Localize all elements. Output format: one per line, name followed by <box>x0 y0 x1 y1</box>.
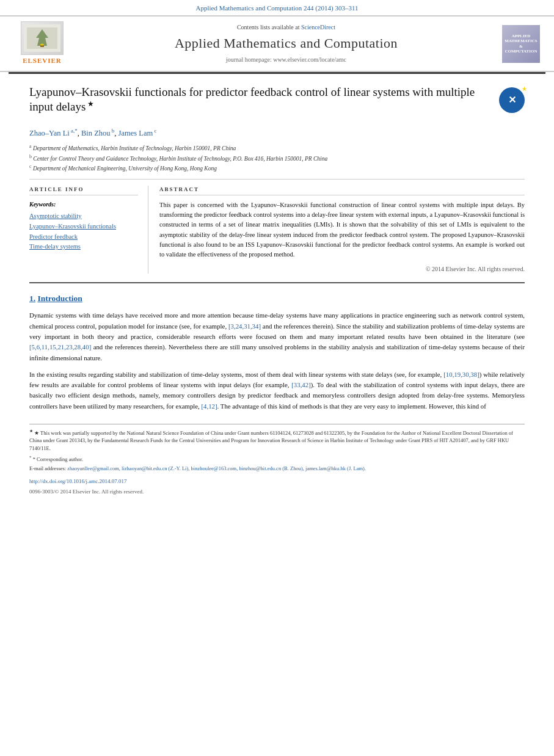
author-zhaoyun[interactable]: Zhao–Yan Li <box>29 129 70 138</box>
abstract-label: ABSTRACT <box>159 186 525 195</box>
fn-star-sup: ★ <box>29 429 33 434</box>
introduction-heading: 1. Introduction <box>29 293 525 305</box>
issn-line: 0096-3003/© 2014 Elsevier Inc. All right… <box>29 488 525 496</box>
article-title-text: Lyapunov–Krasovskii functionals for pred… <box>29 85 493 120</box>
article-title-section: Lyapunov–Krasovskii functionals for pred… <box>29 85 525 120</box>
ref-33-42[interactable]: [33,42] <box>291 381 310 388</box>
fn-corresponding-text: * Corresponding author. <box>33 456 83 462</box>
footnote-emails: E-mail addresses: zhaoyanllee@gmail.com,… <box>29 465 525 473</box>
author-b-sup: b <box>111 128 115 134</box>
footnote-corresponding: * * Corresponding author. <box>29 454 525 463</box>
two-column-layout: ARTICLE INFO Keywords: Asymptotic stabil… <box>29 186 525 273</box>
keyword-2[interactable]: Lyapunov–Krasovskii functionals <box>29 222 138 232</box>
elsevier-logo-container: ELSEVIER <box>9 21 76 65</box>
section-divider <box>29 282 525 283</box>
abstract-column: ABSTRACT This paper is concerned with th… <box>148 186 525 273</box>
article-title-content: Lyapunov–Krasovskii functionals for pred… <box>29 85 475 114</box>
affiliation-a-text: Department of Mathematics, Harbin Instit… <box>33 145 236 151</box>
journal-logo-right: APPLIEDMATHEMATICS&COMPUTATION <box>497 25 545 63</box>
keyword-1[interactable]: Asymptotic stability <box>29 211 138 222</box>
thin-divider-1 <box>29 179 525 180</box>
ref-10-19-30-38[interactable]: [10,19,30,38] <box>443 371 479 378</box>
ref-4-12[interactable]: [4,12] <box>202 402 217 410</box>
crossmark-icon <box>499 87 525 113</box>
article-info-column: ARTICLE INFO Keywords: Asymptotic stabil… <box>29 186 148 273</box>
ref-5-6-11-15[interactable]: [5,6,11,15,21,23,28,40] <box>29 343 91 351</box>
contents-prefix: Contents lists available at <box>237 24 299 31</box>
affiliation-b-text: Center for Control Theory and Guidance T… <box>33 156 327 162</box>
abstract-copyright: © 2014 Elsevier Inc. All rights reserved… <box>159 265 525 274</box>
keyword-3[interactable]: Predictor feedback <box>29 232 138 242</box>
affiliation-b: b Center for Control Theory and Guidance… <box>29 153 525 163</box>
footnote-star-note: ★ ★ This work was partially supported by… <box>29 428 525 453</box>
article-info-label: ARTICLE INFO <box>29 186 138 195</box>
email-links[interactable]: zhaoyanllee@gmail.com, lizhaoyan@hit.edu… <box>67 465 366 471</box>
authors-line: Zhao–Yan Li a,*, Bin Zhou b, James Lam c <box>29 127 525 139</box>
keyword-4[interactable]: Time-delay systems <box>29 242 138 252</box>
affiliation-a: a Department of Mathematics, Harbin Inst… <box>29 143 525 153</box>
contents-available-line: Contents lists available at ScienceDirec… <box>76 23 497 32</box>
journal-ref-text: Applied Mathematics and Computation 244 … <box>196 4 359 12</box>
keywords-label: Keywords: <box>29 200 138 209</box>
journal-reference: Applied Mathematics and Computation 244 … <box>0 0 554 15</box>
ref-3-24-31-34[interactable]: [3,24,31,34] <box>228 322 261 330</box>
affiliations: a Department of Mathematics, Harbin Inst… <box>29 143 525 173</box>
author-james[interactable]: James Lam <box>118 129 153 138</box>
crossmark-badge[interactable]: ★ <box>499 87 525 113</box>
elsevier-svg <box>24 24 60 52</box>
journal-header: ELSEVIER Contents lists available at Sci… <box>0 15 554 71</box>
intro-title: Introduction <box>38 294 82 303</box>
journal-center: Contents lists available at ScienceDirec… <box>76 23 497 64</box>
elsevier-text: ELSEVIER <box>23 56 62 65</box>
footnote-star: ★ <box>86 100 94 108</box>
author-a-sup: a,* <box>70 128 78 134</box>
main-content: Lyapunov–Krasovskii functionals for pred… <box>0 74 554 496</box>
author-c-sup: c <box>153 128 156 134</box>
amc-logo-text: APPLIEDMATHEMATICS&COMPUTATION <box>505 34 537 54</box>
author-bin[interactable]: Bin Zhou <box>81 129 111 138</box>
affiliation-c: c Department of Mechanical Engineering, … <box>29 163 525 173</box>
article-title: Lyapunov–Krasovskii functionals for pred… <box>29 85 493 115</box>
intro-number: 1. <box>29 294 35 303</box>
fn-asterisk-sup: * <box>29 455 32 460</box>
intro-paragraph-2: In the existing results regarding stabil… <box>29 369 525 412</box>
journal-homepage: journal homepage: www.elsevier.com/locat… <box>76 56 497 64</box>
email-label: E-mail addresses: <box>29 465 66 471</box>
footnotes-area: ★ ★ This work was partially supported by… <box>29 424 525 496</box>
fn-star-text: ★ This work was partially supported by t… <box>29 430 513 452</box>
doi-line[interactable]: http://dx.doi.org/10.1016/j.amc.2014.07.… <box>29 478 525 486</box>
svg-point-4 <box>40 44 44 46</box>
journal-title: Applied Mathematics and Computation <box>76 34 497 53</box>
amc-logo-box: APPLIEDMATHEMATICS&COMPUTATION <box>502 25 540 63</box>
science-direct-link[interactable]: ScienceDirect <box>301 24 335 31</box>
doi-link[interactable]: http://dx.doi.org/10.1016/j.amc.2014.07.… <box>29 478 127 484</box>
elsevier-logo: ELSEVIER <box>21 21 64 65</box>
intro-paragraph-1: Dynamic systems with time delays have re… <box>29 310 525 363</box>
abstract-text: This paper is concerned with the Lyapuno… <box>159 200 525 260</box>
issn-text: 0096-3003/© 2014 Elsevier Inc. All right… <box>29 489 144 495</box>
crossmark-star: ★ <box>522 85 527 93</box>
elsevier-logo-box <box>21 21 64 55</box>
affiliation-c-text: Department of Mechanical Engineering, Un… <box>33 165 217 172</box>
